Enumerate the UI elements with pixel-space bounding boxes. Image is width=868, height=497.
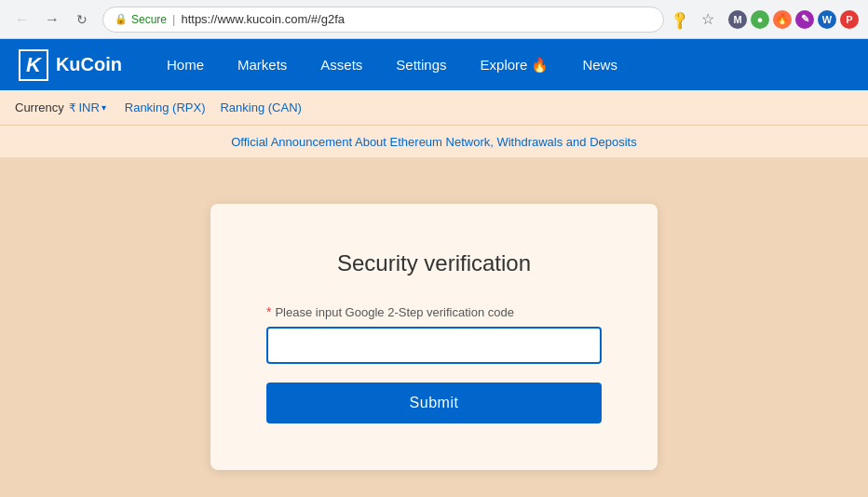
- back-button[interactable]: ←: [9, 7, 35, 33]
- security-card: Security verification * Please input Goo…: [210, 204, 658, 470]
- currency-code: INR: [78, 101, 99, 114]
- nav-news[interactable]: News: [565, 39, 634, 90]
- secure-label: Secure: [131, 13, 167, 26]
- extension-icon-5[interactable]: W: [818, 10, 836, 29]
- announcement-link[interactable]: Official Announcement About Ethereum Net…: [231, 135, 636, 149]
- card-title: Security verification: [266, 250, 602, 276]
- nav-markets[interactable]: Markets: [221, 39, 304, 90]
- main-content: Security verification * Please input Goo…: [0, 157, 868, 497]
- logo[interactable]: K KuCoin: [19, 49, 122, 81]
- chevron-down-icon: ▾: [102, 102, 106, 113]
- address-bar[interactable]: 🔒 Secure | https://www.kucoin.com/#/g2fa: [102, 7, 664, 33]
- logo-text: KuCoin: [56, 54, 122, 75]
- extension-icon-1[interactable]: M: [728, 10, 747, 29]
- url-text: https://www.kucoin.com/#/g2fa: [181, 12, 345, 26]
- star-button[interactable]: ☆: [695, 7, 721, 33]
- field-label: * Please input Google 2-Step verificatio…: [266, 304, 602, 319]
- extension-icon-4[interactable]: ✎: [795, 10, 814, 29]
- currency-label: Currency: [15, 101, 64, 114]
- nav-settings[interactable]: Settings: [379, 39, 463, 90]
- extension-icon-2[interactable]: ●: [751, 10, 769, 29]
- browser-chrome: ← → ↻ 🔒 Secure | https://www.kucoin.com/…: [0, 0, 868, 39]
- extension-icon-3[interactable]: 🔥: [773, 10, 792, 29]
- announcement-bar: Official Announcement About Ethereum Net…: [0, 126, 868, 157]
- main-navbar: K KuCoin Home Markets Assets Settings Ex…: [0, 39, 868, 90]
- currency-selector[interactable]: ₹ INR ▾: [64, 101, 106, 114]
- subheader: Currency ₹ INR ▾ Ranking (RPX) Ranking (…: [0, 90, 868, 126]
- subheader-links: Ranking (RPX) Ranking (CAN): [125, 101, 302, 114]
- rupee-symbol: ₹: [69, 101, 76, 114]
- submit-button[interactable]: Submit: [266, 383, 602, 423]
- ranking-rpx-link[interactable]: Ranking (RPX): [125, 101, 206, 114]
- verification-code-input[interactable]: [266, 327, 602, 364]
- forward-button[interactable]: →: [39, 7, 65, 33]
- logo-icon: K: [19, 49, 48, 81]
- key-icon: 🔑: [669, 8, 690, 30]
- secure-badge: 🔒 Secure: [115, 13, 167, 26]
- nav-links: Home Markets Assets Settings Explore 🔥 N…: [150, 39, 849, 90]
- required-star: *: [266, 304, 271, 319]
- extension-icon-6[interactable]: P: [840, 10, 859, 29]
- url-separator: |: [172, 12, 175, 26]
- lock-icon: 🔒: [115, 13, 128, 25]
- nav-explore[interactable]: Explore 🔥: [464, 39, 566, 90]
- nav-home[interactable]: Home: [150, 39, 221, 90]
- fire-icon: 🔥: [531, 57, 549, 74]
- browser-nav-buttons: ← → ↻: [9, 7, 95, 33]
- ranking-can-link[interactable]: Ranking (CAN): [220, 101, 301, 114]
- reload-button[interactable]: ↻: [69, 7, 95, 33]
- browser-extensions: M ● 🔥 ✎ W P: [728, 10, 859, 29]
- nav-assets[interactable]: Assets: [304, 39, 379, 90]
